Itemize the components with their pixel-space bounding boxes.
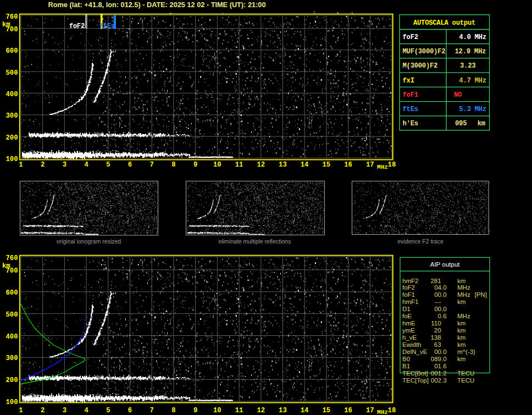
svg-text:km: km bbox=[457, 320, 465, 327]
svg-text:DelN_vE: DelN_vE bbox=[402, 348, 428, 355]
svg-text:hmF2: hmF2 bbox=[402, 278, 418, 284]
svg-text:281: 281 bbox=[430, 278, 441, 284]
svg-text:km: km bbox=[457, 334, 465, 341]
svg-text:16: 16 bbox=[344, 407, 352, 414]
svg-text:m^(-3): m^(-3) bbox=[457, 348, 475, 355]
svg-text:095: 095 bbox=[455, 120, 467, 128]
svg-text:9: 9 bbox=[193, 161, 197, 169]
svg-text:4.7 MHz: 4.7 MHz bbox=[459, 77, 486, 85]
svg-text:[PN]: [PN] bbox=[475, 291, 487, 298]
svg-text:MHz: MHz bbox=[457, 291, 470, 298]
svg-text:18: 18 bbox=[388, 161, 396, 169]
svg-text:1: 1 bbox=[19, 407, 23, 414]
svg-text:7: 7 bbox=[150, 161, 154, 169]
svg-text:089.0: 089.0 bbox=[431, 356, 447, 362]
svg-text:evidence F2 trace: evidence F2 trace bbox=[397, 238, 444, 245]
svg-text:00.0: 00.0 bbox=[434, 306, 446, 312]
svg-text:04.0: 04.0 bbox=[434, 284, 446, 291]
svg-text:4.0 MHz: 4.0 MHz bbox=[459, 34, 486, 41]
svg-text:km: km bbox=[457, 298, 465, 305]
svg-text:11: 11 bbox=[235, 161, 243, 169]
svg-text:300: 300 bbox=[6, 355, 18, 362]
svg-text:h_vE: h_vE bbox=[402, 334, 417, 341]
svg-text:---: --- bbox=[435, 298, 441, 305]
svg-text:fxI: fxI bbox=[403, 77, 414, 85]
svg-text:ftEs: ftEs bbox=[403, 106, 418, 113]
svg-text:1: 1 bbox=[19, 161, 23, 169]
svg-text:h'Es: h'Es bbox=[403, 120, 418, 128]
svg-text:3.23: 3.23 bbox=[460, 62, 475, 70]
svg-text:foF2: foF2 bbox=[402, 284, 415, 291]
svg-text:3: 3 bbox=[63, 407, 66, 414]
svg-text:8: 8 bbox=[171, 407, 175, 414]
svg-text:600: 600 bbox=[6, 289, 18, 297]
svg-text:AIP output: AIP output bbox=[430, 261, 460, 268]
svg-text:100: 100 bbox=[6, 156, 18, 163]
svg-text:km: km bbox=[457, 278, 465, 284]
svg-text:MHz: MHz bbox=[377, 409, 388, 415]
svg-text:TEC[Top]: TEC[Top] bbox=[402, 377, 429, 384]
svg-text:5.3 MHz: 5.3 MHz bbox=[459, 106, 486, 113]
svg-text:2: 2 bbox=[41, 407, 45, 414]
svg-text:Ewidth: Ewidth bbox=[402, 341, 422, 348]
svg-text:500: 500 bbox=[6, 69, 18, 77]
svg-text:MUF(3000)F2: MUF(3000)F2 bbox=[403, 48, 446, 56]
svg-text:2: 2 bbox=[41, 161, 45, 169]
svg-text:B0: B0 bbox=[402, 356, 410, 362]
svg-text:10: 10 bbox=[213, 161, 221, 169]
svg-text:400: 400 bbox=[6, 91, 18, 98]
svg-text:15: 15 bbox=[322, 407, 330, 414]
svg-text:eliminate multiple reflections: eliminate multiple reflections bbox=[219, 238, 291, 245]
svg-text:600: 600 bbox=[6, 47, 18, 55]
svg-text:6: 6 bbox=[128, 161, 132, 169]
svg-text:4: 4 bbox=[84, 407, 88, 414]
svg-text:foF2: foF2 bbox=[403, 34, 418, 41]
svg-text:760: 760 bbox=[6, 254, 18, 262]
svg-text:10: 10 bbox=[213, 407, 221, 414]
svg-text:17: 17 bbox=[366, 161, 374, 169]
svg-text:original ionogram resized: original ionogram resized bbox=[57, 238, 121, 245]
svg-text:12: 12 bbox=[257, 407, 265, 414]
svg-text:TEC[Bot]: TEC[Bot] bbox=[402, 370, 428, 377]
svg-text:B1: B1 bbox=[402, 363, 410, 369]
svg-text:14: 14 bbox=[301, 161, 309, 169]
svg-text:km: km bbox=[478, 120, 485, 128]
svg-text:300: 300 bbox=[6, 112, 18, 120]
svg-text:MHz: MHz bbox=[377, 164, 388, 170]
svg-text:foF2: foF2 bbox=[69, 23, 85, 30]
svg-text:D1: D1 bbox=[402, 306, 411, 312]
svg-text:13: 13 bbox=[279, 161, 287, 169]
svg-text:Rome (lat: +41.8, lon: 012.5): Rome (lat: +41.8, lon: 012.5) - DATE: 20… bbox=[48, 1, 266, 9]
svg-text:5: 5 bbox=[106, 161, 110, 169]
svg-text:700: 700 bbox=[6, 267, 18, 275]
svg-text:MHz: MHz bbox=[457, 284, 470, 291]
svg-text:MHz: MHz bbox=[457, 313, 470, 319]
svg-text:km: km bbox=[457, 327, 465, 334]
svg-text:12.9 MHz: 12.9 MHz bbox=[455, 48, 486, 56]
svg-text:110: 110 bbox=[431, 320, 441, 327]
svg-text:NO: NO bbox=[454, 91, 462, 99]
svg-text:15: 15 bbox=[322, 161, 330, 169]
svg-text:km: km bbox=[457, 341, 465, 348]
svg-text:14: 14 bbox=[301, 407, 309, 414]
svg-text:138: 138 bbox=[430, 334, 441, 341]
svg-text:100: 100 bbox=[6, 399, 18, 406]
svg-text:12: 12 bbox=[257, 161, 265, 169]
svg-text:ymE: ymE bbox=[402, 327, 415, 334]
svg-text:760: 760 bbox=[6, 13, 18, 21]
svg-text:16: 16 bbox=[344, 161, 352, 169]
svg-text:TECU: TECU bbox=[457, 370, 474, 377]
svg-text:3: 3 bbox=[63, 161, 66, 169]
svg-text:4: 4 bbox=[84, 161, 88, 169]
svg-text:200: 200 bbox=[6, 134, 18, 142]
svg-text:AUTOSCALA output: AUTOSCALA output bbox=[413, 19, 475, 27]
svg-text:700: 700 bbox=[6, 26, 18, 34]
svg-text:01.6: 01.6 bbox=[434, 363, 446, 369]
svg-text:ftEs: ftEs bbox=[99, 23, 115, 30]
svg-text:18: 18 bbox=[388, 407, 396, 414]
svg-text:9: 9 bbox=[193, 407, 197, 414]
svg-text:6: 6 bbox=[128, 407, 132, 414]
svg-text:foF1: foF1 bbox=[402, 291, 415, 298]
svg-text:63: 63 bbox=[434, 341, 441, 348]
svg-text:7: 7 bbox=[150, 407, 154, 414]
